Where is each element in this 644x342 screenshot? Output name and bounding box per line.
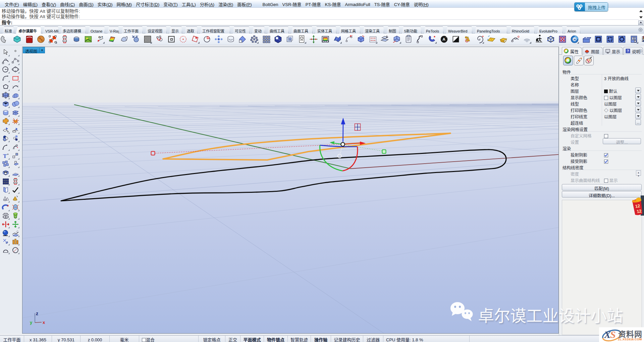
- svg-text:z: z: [36, 310, 38, 317]
- svg-text:y: y: [30, 319, 33, 325]
- svg-text:T: T: [3, 153, 7, 159]
- svg-text:H: H: [574, 37, 576, 41]
- svg-text:x: x: [43, 319, 45, 325]
- svg-text:G?: G?: [99, 35, 103, 39]
- svg-text:S: S: [610, 329, 616, 340]
- svg-text:12: 12: [636, 207, 642, 214]
- svg-text:?: ?: [627, 48, 629, 53]
- svg-text:A: A: [442, 36, 445, 42]
